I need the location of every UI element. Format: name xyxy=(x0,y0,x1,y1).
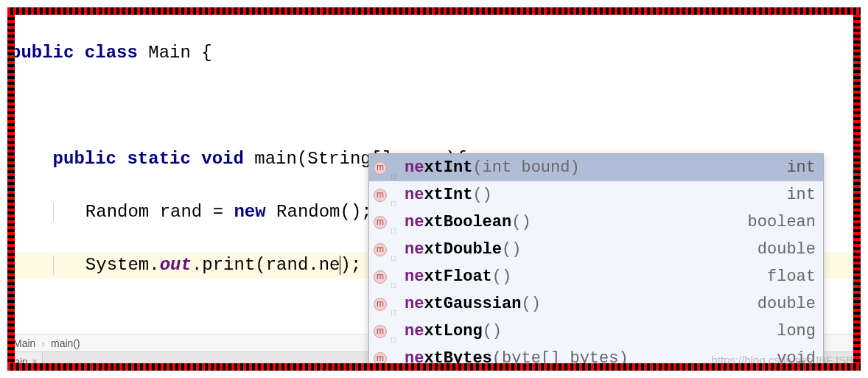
breadcrumb-item[interactable]: main() xyxy=(51,337,80,349)
indent-guide xyxy=(53,202,54,222)
suggestion-label: nextInt(int bound) xyxy=(405,156,786,179)
suggestion-return-type: double xyxy=(757,293,816,315)
suggestion-item[interactable]: m⬚nextInt()int xyxy=(369,181,823,209)
keyword: static xyxy=(127,149,190,169)
suggestion-return-type: int xyxy=(786,183,816,206)
sub-icon: ⬚ xyxy=(391,165,397,171)
keyword: public xyxy=(53,149,116,169)
identifier: main xyxy=(254,149,297,169)
code-line[interactable]: public class Main { xyxy=(10,40,858,66)
method-icon: m xyxy=(374,352,387,365)
field-ref: out xyxy=(160,255,192,275)
breadcrumb-item[interactable]: Main xyxy=(13,337,35,349)
suggestion-label: nextGaussian() xyxy=(405,293,757,315)
suggestion-item[interactable]: m⬚nextBoolean()boolean xyxy=(369,209,823,236)
close-icon[interactable]: × xyxy=(32,356,38,367)
method-icon: m xyxy=(374,216,387,229)
keyword: void xyxy=(201,149,244,169)
suggestion-return-type: void xyxy=(777,347,816,370)
chevron-right-icon: › xyxy=(41,337,45,349)
suggestion-label: nextInt() xyxy=(405,183,786,206)
code-line[interactable] xyxy=(10,93,858,119)
keyword: public xyxy=(10,43,74,63)
method-icon: m xyxy=(374,325,387,338)
suggestion-label: nextDouble() xyxy=(405,238,757,261)
suggestion-item[interactable]: m⬚nextFloat()float xyxy=(369,263,823,290)
method-icon: m xyxy=(374,270,387,284)
suggestion-return-type: long xyxy=(777,320,816,343)
code-editor[interactable]: public class Main { public static void m… xyxy=(7,7,861,371)
method-icon: m xyxy=(374,161,387,175)
sub-icon: ⬚ xyxy=(391,192,397,198)
identifier: Main xyxy=(148,43,191,63)
editor-tab[interactable]: ain × xyxy=(7,352,43,371)
suggestion-return-type: float xyxy=(767,265,816,288)
suggestion-item[interactable]: m⬚nextBytes(byte[] bytes)void xyxy=(369,345,823,371)
suggestion-return-type: boolean xyxy=(748,211,816,234)
indent-guide xyxy=(53,255,54,275)
keyword: class xyxy=(85,43,138,63)
suggestion-return-type: int xyxy=(786,156,816,179)
autocomplete-popup[interactable]: m⬚nextInt(int bound)intm⬚nextInt()intm⬚n… xyxy=(368,153,824,371)
suggestion-label: nextBoolean() xyxy=(405,211,748,234)
suggestion-label: nextFloat() xyxy=(405,265,767,288)
sub-icon: ⬚ xyxy=(391,220,397,225)
method-icon: m xyxy=(374,189,387,202)
method-icon: m xyxy=(374,243,387,256)
suggestion-item[interactable]: m⬚nextInt(int bound)int xyxy=(369,154,823,181)
sub-icon: ⬚ xyxy=(391,247,397,253)
suggestion-item[interactable]: m⬚nextLong()long xyxy=(369,318,823,345)
method-icon: m xyxy=(374,298,387,311)
tab-label: ain xyxy=(15,356,27,367)
suggestion-return-type: double xyxy=(757,238,816,261)
suggestion-label: nextBytes(byte[] bytes) xyxy=(405,347,777,370)
keyword: new xyxy=(234,202,265,222)
sub-icon: ⬚ xyxy=(391,356,397,362)
suggestion-label: nextLong() xyxy=(405,320,777,343)
suggestion-item[interactable]: m⬚nextGaussian()double xyxy=(369,290,823,318)
sub-icon: ⬚ xyxy=(391,329,397,335)
sub-icon: ⬚ xyxy=(391,301,397,307)
sub-icon: ⬚ xyxy=(391,274,397,280)
suggestion-item[interactable]: m⬚nextDouble()double xyxy=(369,236,823,263)
